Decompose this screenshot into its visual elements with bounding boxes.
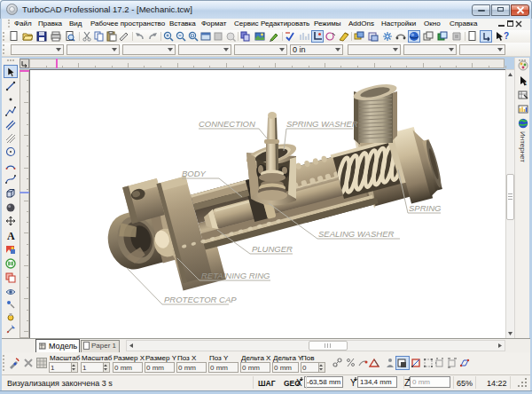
svg-text:SEALING WASHER: SEALING WASHER xyxy=(318,229,394,239)
svg-text:SPRING: SPRING xyxy=(409,203,441,213)
svg-text:PROTECTOR CAP: PROTECTOR CAP xyxy=(164,295,237,304)
svg-text:PLUNGER: PLUNGER xyxy=(252,244,293,254)
svg-text:CONNECTION: CONNECTION xyxy=(199,119,255,129)
svg-text:RETAINING RING: RETAINING RING xyxy=(201,271,270,280)
svg-text:BODY: BODY xyxy=(182,169,207,178)
svg-text:SPRING WASHER: SPRING WASHER xyxy=(286,119,358,129)
